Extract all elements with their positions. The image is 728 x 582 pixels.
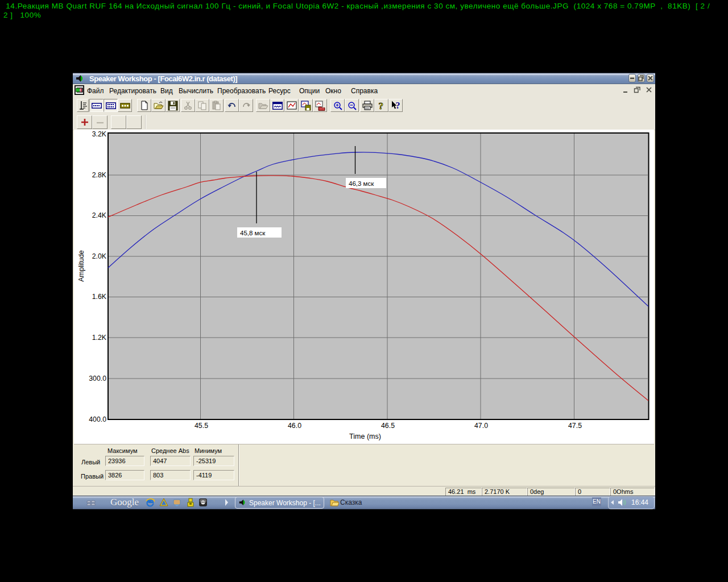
svg-text:46.5: 46.5 (381, 422, 395, 430)
svg-text:2.0K: 2.0K (92, 252, 107, 260)
svg-text:45.5: 45.5 (195, 422, 208, 430)
svg-text:2.4K: 2.4K (92, 211, 107, 219)
svg-text:45,8 мск: 45,8 мск (240, 230, 266, 236)
svg-text:46,3 мск: 46,3 мск (349, 180, 374, 187)
svg-text:Amplitude: Amplitude (77, 250, 85, 282)
svg-text:300.0: 300.0 (89, 375, 106, 383)
svg-text:1.6K: 1.6K (92, 293, 107, 301)
svg-text:3.2K: 3.2K (92, 130, 107, 138)
svg-text:?: ? (396, 101, 400, 110)
svg-text:1.2K: 1.2K (92, 334, 107, 342)
svg-text:47.0: 47.0 (474, 422, 488, 430)
svg-text:47.5: 47.5 (568, 422, 582, 430)
svg-text:Time (ms): Time (ms) (349, 433, 381, 440)
svg-text:?: ? (379, 101, 384, 111)
svg-text:400.0: 400.0 (89, 415, 106, 423)
svg-text:2.8K: 2.8K (92, 171, 107, 179)
svg-text:46.0: 46.0 (288, 422, 301, 430)
